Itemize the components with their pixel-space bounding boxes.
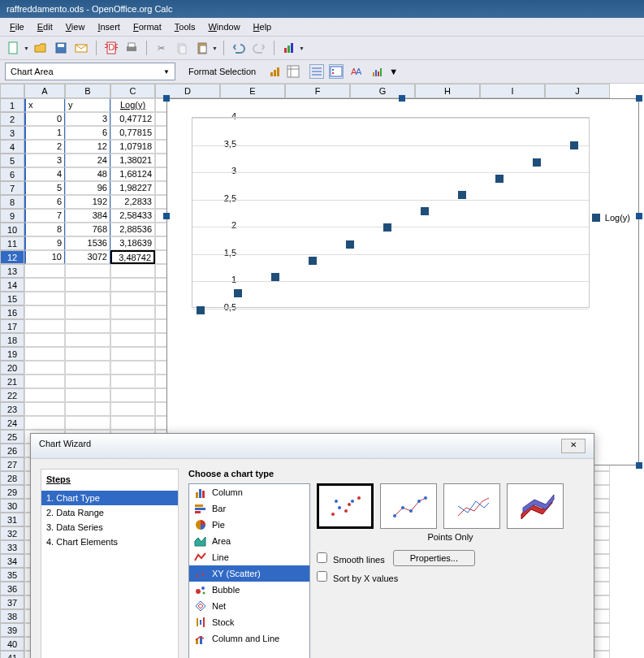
row-header[interactable]: 37 <box>0 595 24 609</box>
row-header[interactable]: 10 <box>0 223 24 236</box>
cell[interactable] <box>110 292 155 305</box>
row-header[interactable]: 17 <box>0 319 24 333</box>
new-doc-icon[interactable] <box>5 39 23 57</box>
cell[interactable]: 3072 <box>65 250 110 264</box>
resize-handle[interactable] <box>636 213 642 219</box>
cell[interactable] <box>110 374 155 388</box>
cell[interactable] <box>24 305 65 319</box>
cell[interactable] <box>24 361 65 374</box>
cell[interactable] <box>65 402 110 416</box>
menu-view[interactable]: View <box>59 20 92 33</box>
cell[interactable] <box>110 347 155 361</box>
cell[interactable] <box>65 319 110 333</box>
row-header[interactable]: 33 <box>0 540 24 554</box>
chart-data-icon[interactable] <box>287 65 300 78</box>
layout-dropdown-icon[interactable]: ▼ <box>389 67 398 76</box>
open-icon[interactable] <box>32 39 50 57</box>
data-point[interactable] <box>271 273 279 281</box>
chart-type-item[interactable]: Column <box>189 484 309 500</box>
cell[interactable]: 2,2833 <box>110 195 155 209</box>
cell[interactable]: 1,68124 <box>110 167 155 181</box>
paste-dropdown-icon[interactable]: ▼ <box>212 45 218 51</box>
menu-tools[interactable]: Tools <box>168 20 202 33</box>
cell[interactable] <box>65 416 110 430</box>
row-header[interactable]: 14 <box>0 278 24 292</box>
cell[interactable] <box>24 347 65 361</box>
row-header[interactable]: 7 <box>0 181 24 195</box>
cell[interactable]: 192 <box>65 195 110 209</box>
data-point[interactable] <box>383 223 391 232</box>
cell[interactable] <box>110 278 155 292</box>
row-header[interactable]: 23 <box>0 402 24 416</box>
cell[interactable] <box>24 278 65 292</box>
cell[interactable] <box>24 416 65 430</box>
cell[interactable] <box>24 402 65 416</box>
row-header[interactable]: 34 <box>0 554 24 568</box>
row-header[interactable]: 26 <box>0 444 24 457</box>
resize-handle[interactable] <box>399 95 405 102</box>
row-header[interactable]: 30 <box>0 499 24 513</box>
chart-type-icon[interactable] <box>269 65 282 78</box>
chart-type-item[interactable]: Bubble <box>189 582 309 598</box>
col-header-I[interactable]: I <box>480 84 545 98</box>
col-header-B[interactable]: B <box>65 84 110 98</box>
cell[interactable]: Log(y) <box>110 98 155 112</box>
cell[interactable]: 3,18639 <box>110 236 155 250</box>
close-icon[interactable]: ✕ <box>561 439 586 453</box>
undo-icon[interactable] <box>230 39 248 57</box>
cell[interactable]: 2,88536 <box>110 223 155 236</box>
cell[interactable] <box>65 347 110 361</box>
name-box[interactable]: Chart Area ▼ <box>5 63 175 80</box>
cell[interactable]: 1536 <box>65 236 110 250</box>
row-header[interactable]: 32 <box>0 526 24 540</box>
cell[interactable]: 0 <box>24 112 65 126</box>
smooth-lines-checkbox[interactable]: Smooth lines <box>317 552 385 565</box>
data-point[interactable] <box>346 240 354 249</box>
row-header[interactable]: 5 <box>0 154 24 167</box>
cell[interactable]: 0,77815 <box>110 126 155 140</box>
cell[interactable] <box>65 333 110 347</box>
cell[interactable] <box>24 333 65 347</box>
cell[interactable] <box>24 319 65 333</box>
cell[interactable] <box>65 264 110 278</box>
corner-cell[interactable] <box>0 84 24 98</box>
data-point[interactable] <box>533 158 541 167</box>
row-header[interactable]: 8 <box>0 195 24 209</box>
row-header[interactable]: 31 <box>0 513 24 526</box>
cell[interactable]: 6 <box>24 195 65 209</box>
cell[interactable]: 2 <box>24 140 65 154</box>
resize-handle[interactable] <box>163 95 170 102</box>
cell[interactable]: 3,48742 <box>110 250 155 264</box>
cell[interactable] <box>110 264 155 278</box>
data-point[interactable] <box>458 191 466 199</box>
data-point[interactable] <box>197 306 205 314</box>
col-header-E[interactable]: E <box>220 84 285 98</box>
subtype-points-lines[interactable] <box>380 483 437 529</box>
cell[interactable]: 3 <box>24 154 65 167</box>
hgrid-icon[interactable] <box>309 64 324 79</box>
chart-type-item[interactable]: Column and Line <box>189 630 309 647</box>
data-point[interactable] <box>421 207 429 215</box>
chart-type-item[interactable]: Pie <box>189 517 309 533</box>
row-header[interactable]: 40 <box>0 637 24 651</box>
col-header-F[interactable]: F <box>285 84 350 98</box>
data-point[interactable] <box>234 289 242 297</box>
cell[interactable] <box>110 402 155 416</box>
cell[interactable]: 3 <box>65 112 110 126</box>
save-icon[interactable] <box>52 39 70 57</box>
row-header[interactable]: 38 <box>0 609 24 623</box>
cut-icon[interactable]: ✂ <box>153 39 171 57</box>
chart-type-item[interactable]: XY (Scatter) <box>189 565 309 582</box>
cell[interactable]: y <box>65 98 110 112</box>
cell[interactable] <box>65 305 110 319</box>
row-header[interactable]: 1 <box>0 98 24 112</box>
cell[interactable]: 48 <box>65 167 110 181</box>
cell[interactable]: 12 <box>65 140 110 154</box>
chart-legend[interactable]: Log(y) <box>592 213 630 223</box>
cell[interactable] <box>24 374 65 388</box>
menu-window[interactable]: Window <box>201 20 246 33</box>
row-header[interactable]: 20 <box>0 361 24 374</box>
row-header[interactable]: 29 <box>0 485 24 499</box>
chart-icon[interactable] <box>280 39 298 57</box>
cell[interactable] <box>65 361 110 374</box>
